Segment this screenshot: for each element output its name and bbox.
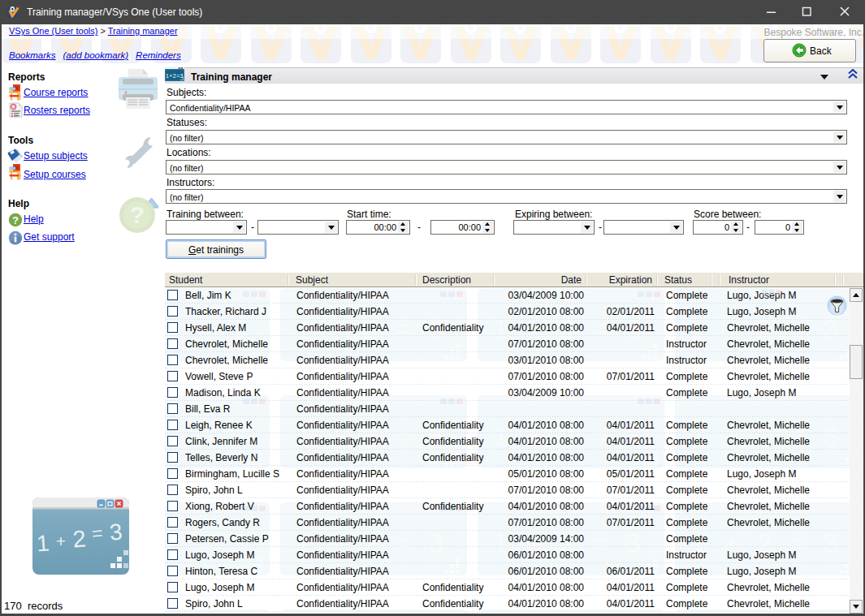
svg-text:+: + [56, 532, 66, 550]
svg-text:3: 3 [109, 519, 123, 545]
svg-text:2: 2 [72, 525, 87, 552]
svg-text:?: ? [12, 214, 19, 226]
svg-text:1: 1 [36, 531, 50, 557]
svg-text:=: = [91, 522, 104, 544]
svg-text:1+2=3: 1+2=3 [166, 73, 184, 79]
svg-text:?: ? [130, 201, 145, 228]
